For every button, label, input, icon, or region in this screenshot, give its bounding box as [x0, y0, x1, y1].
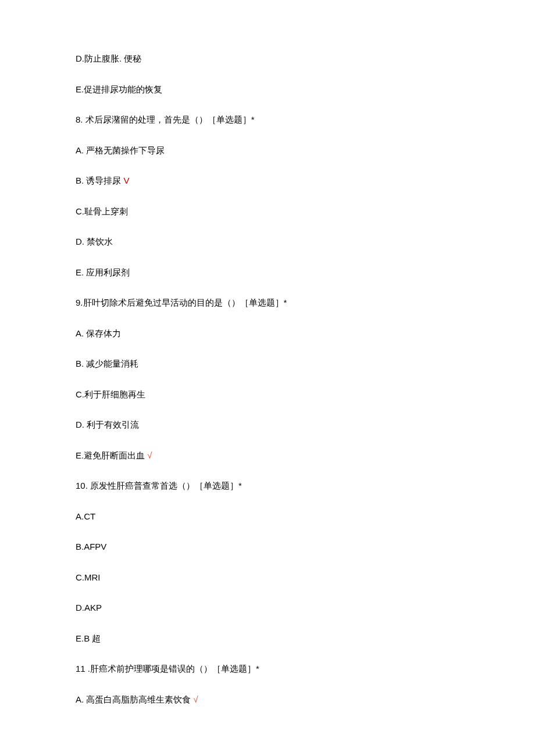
- text-line: E.促进排尿功能的恢复: [76, 83, 459, 96]
- text-line: 11 .肝癌术前护理哪项是错误的（）［单选题］*: [76, 662, 459, 676]
- text-line: B. 减少能量消耗: [76, 357, 459, 371]
- line-text: 11 .肝癌术前护理哪项是错误的（）［单选题］*: [76, 664, 259, 673]
- line-text: E.促进排尿功能的恢复: [76, 84, 162, 94]
- line-text: D. 利于有效引流: [76, 420, 139, 429]
- correct-mark: √: [147, 450, 152, 460]
- text-line: B.AFPV: [76, 540, 459, 554]
- correct-mark: V: [124, 175, 130, 185]
- correct-mark: √: [194, 694, 198, 704]
- line-text: D.AKP: [76, 603, 102, 612]
- text-line: D.AKP: [76, 601, 459, 615]
- line-text: C.利于肝细胞再生: [76, 389, 145, 399]
- text-line: E. 应用利尿剂: [76, 266, 459, 280]
- line-text: E. 应用利尿剂: [76, 267, 130, 277]
- line-text: A. 保存体力: [76, 328, 121, 338]
- text-line: 10. 原发性肝癌普查常首选（）［单选题］*: [76, 479, 459, 493]
- line-text: B.AFPV: [76, 542, 106, 551]
- text-line: E.避免肝断面出血 √: [76, 449, 459, 463]
- text-line: A. 保存体力: [76, 327, 459, 341]
- text-line: C.耻骨上穿刺: [76, 205, 459, 218]
- text-line: E.B 超: [76, 632, 459, 646]
- line-text: C.耻骨上穿刺: [76, 206, 128, 216]
- text-line: A. 高蛋白高脂肪高维生素饮食 √: [76, 693, 459, 707]
- line-text: D.防止腹胀. 便秘: [76, 53, 141, 63]
- line-text: A.CT: [76, 511, 95, 521]
- line-text: B. 减少能量消耗: [76, 359, 138, 368]
- text-line: C.MRI: [76, 571, 459, 585]
- line-text: A. 高蛋白高脂肪高维生素饮食: [76, 694, 194, 704]
- document-body: D.防止腹胀. 便秘E.促进排尿功能的恢复8. 术后尿潴留的处理，首先是（）［单…: [76, 52, 459, 706]
- line-text: 8. 术后尿潴留的处理，首先是（）［单选题］*: [76, 114, 255, 124]
- line-text: B. 诱导排尿: [76, 175, 124, 185]
- text-line: A.CT: [76, 510, 459, 524]
- text-line: D.防止腹胀. 便秘: [76, 52, 459, 66]
- line-text: E.B 超: [76, 633, 101, 643]
- text-line: 9.肝叶切除术后避免过早活动的目的是（）［单选题］*: [76, 296, 459, 310]
- line-text: 10. 原发性肝癌普查常首选（）［单选题］*: [76, 481, 242, 490]
- text-line: D. 禁饮水: [76, 235, 459, 249]
- text-line: 8. 术后尿潴留的处理，首先是（）［单选题］*: [76, 113, 459, 127]
- text-line: A. 严格无菌操作下导尿: [76, 144, 459, 157]
- line-text: E.避免肝断面出血: [76, 450, 147, 460]
- text-line: B. 诱导排尿 V: [76, 174, 459, 188]
- text-line: D. 利于有效引流: [76, 418, 459, 432]
- line-text: C.MRI: [76, 572, 101, 582]
- line-text: A. 严格无菌操作下导尿: [76, 145, 165, 155]
- line-text: D. 禁饮水: [76, 237, 113, 246]
- line-text: 9.肝叶切除术后避免过早活动的目的是（）［单选题］*: [76, 298, 287, 307]
- text-line: C.利于肝细胞再生: [76, 388, 459, 402]
